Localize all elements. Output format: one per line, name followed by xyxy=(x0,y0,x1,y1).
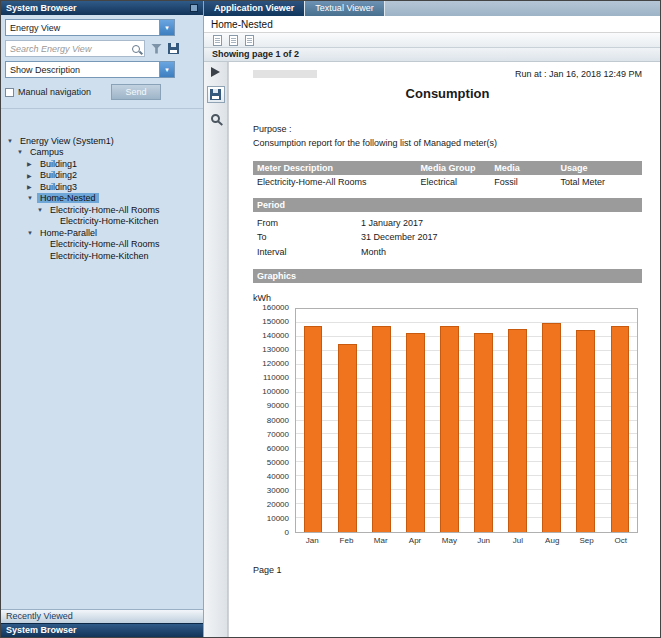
tree-item[interactable]: Electricity-Home-Kitchen xyxy=(1,216,203,228)
consumption-chart: 0100002000030000400005000060000700008000… xyxy=(253,308,642,545)
tree-item[interactable]: ▼Home-Parallel xyxy=(1,227,203,239)
chevron-expanded-icon[interactable]: ▼ xyxy=(27,230,37,236)
filter-icon[interactable] xyxy=(151,44,162,54)
tree-item[interactable]: ▶Building3 xyxy=(1,181,203,193)
tree-item[interactable]: ▶Building2 xyxy=(1,170,203,182)
zoom-icon[interactable] xyxy=(211,114,220,123)
period-row: To31 December 2017 xyxy=(257,230,638,244)
chart-bar-slot xyxy=(569,309,603,532)
chevron-collapsed-icon[interactable]: ▶ xyxy=(27,160,37,167)
y-axis-tick-label: 90000 xyxy=(267,401,289,410)
chart-bar-slot xyxy=(501,309,535,532)
tree-item[interactable]: ▼Campus xyxy=(1,147,203,159)
y-axis-tick-label: 130000 xyxy=(262,345,289,354)
tree-item-label: Building2 xyxy=(37,170,80,180)
chart-bar xyxy=(508,329,527,532)
viewer-panel: Application ViewerTextual Viewer Home-Ne… xyxy=(204,1,660,637)
save-report-button[interactable] xyxy=(207,86,225,103)
tab-application-viewer[interactable]: Application Viewer xyxy=(204,1,305,16)
next-page-icon[interactable] xyxy=(229,35,238,46)
period-section-header: Period xyxy=(253,198,642,212)
system-browser-bar[interactable]: System Browser xyxy=(1,623,203,637)
x-axis-tick-label: Apr xyxy=(398,536,432,545)
y-axis-tick-label: 60000 xyxy=(267,444,289,453)
app-window: System Browser Energy View ▼ Show Descri… xyxy=(0,0,661,638)
chevron-expanded-icon[interactable]: ▼ xyxy=(37,207,47,213)
y-axis-tick-label: 0 xyxy=(285,528,289,537)
meter-table-header-cell: Usage xyxy=(556,161,642,175)
chevron-collapsed-icon[interactable]: ▶ xyxy=(27,172,37,179)
export-page-icon[interactable] xyxy=(213,35,222,46)
meter-table-row: Electricity-Home-All RoomsElectricalFoss… xyxy=(253,175,642,189)
purpose-block: Purpose : Consumption report for the fol… xyxy=(253,123,642,151)
viewer-toolbar xyxy=(204,33,660,48)
y-axis-tick-label: 50000 xyxy=(267,458,289,467)
chart-bar xyxy=(474,333,493,532)
chevron-collapsed-icon[interactable]: ▶ xyxy=(27,183,37,190)
meter-table-header-cell: Meter Description xyxy=(253,161,416,175)
x-axis-tick-label: Oct xyxy=(604,536,638,545)
save-icon xyxy=(210,89,221,100)
breadcrumb: Home-Nested xyxy=(211,19,273,30)
chevron-expanded-icon[interactable]: ▼ xyxy=(27,195,37,201)
search-icon[interactable] xyxy=(132,45,140,53)
chart-bar xyxy=(542,323,561,532)
y-axis-tick-label: 110000 xyxy=(263,373,289,382)
view-selector-dropdown[interactable]: Energy View ▼ xyxy=(5,19,175,36)
run-at-timestamp: Run at : Jan 16, 2018 12:49 PM xyxy=(515,69,642,79)
chart-bar xyxy=(576,330,595,532)
y-axis-tick-label: 70000 xyxy=(267,430,289,439)
x-axis-tick-label: Sep xyxy=(569,536,603,545)
tree-item[interactable]: ▼Electricity-Home-All Rooms xyxy=(1,204,203,216)
chart-bars xyxy=(296,309,637,532)
save-filter-icon[interactable] xyxy=(168,43,179,54)
period-value: Month xyxy=(361,245,386,259)
y-axis-tick-label: 80000 xyxy=(267,416,289,425)
y-axis-tick-label: 150000 xyxy=(262,317,289,326)
chart-bar xyxy=(372,326,391,532)
period-label: From xyxy=(257,216,361,230)
manual-navigation-row: Manual navigation Send xyxy=(5,84,199,100)
print-page-icon[interactable] xyxy=(245,35,254,46)
chart-bar xyxy=(406,333,425,532)
tree-item-label: Building3 xyxy=(37,182,80,192)
panel-pin-icon[interactable] xyxy=(190,4,198,12)
y-axis-tick-label: 160000 xyxy=(262,303,289,312)
tree-item-label: Building1 xyxy=(37,159,80,169)
breadcrumb-row: Home-Nested xyxy=(204,16,660,33)
manual-navigation-checkbox[interactable] xyxy=(5,88,14,97)
view-selector-value: Energy View xyxy=(6,23,159,33)
x-axis-tick-label: Jun xyxy=(466,536,500,545)
y-axis-tick-label: 100000 xyxy=(262,387,289,396)
run-report-icon[interactable] xyxy=(211,67,220,77)
recently-viewed-bar[interactable]: Recently Viewed xyxy=(1,609,203,623)
search-input-wrap[interactable] xyxy=(5,40,145,57)
x-axis-tick-label: Aug xyxy=(535,536,569,545)
system-tree: ▼Energy View (System1)▼Campus▶Building1▶… xyxy=(1,135,203,609)
chevron-expanded-icon[interactable]: ▼ xyxy=(7,138,17,144)
chart-bar xyxy=(440,326,459,532)
tab-textual-viewer[interactable]: Textual Viewer xyxy=(305,1,384,16)
chevron-down-icon[interactable]: ▼ xyxy=(159,62,174,77)
chart-bar-slot xyxy=(535,309,569,532)
search-input[interactable] xyxy=(10,44,129,54)
tree-item[interactable]: Electricity-Home-All Rooms xyxy=(1,239,203,251)
chart-bar-slot xyxy=(603,309,637,532)
browser-controls: Energy View ▼ Show Description ▼ Manual … xyxy=(1,15,203,109)
tree-item[interactable]: ▼Home-Nested xyxy=(1,193,203,205)
chevron-expanded-icon[interactable]: ▼ xyxy=(17,149,27,155)
tree-item[interactable]: Electricity-Home-Kitchen xyxy=(1,250,203,262)
system-browser-panel: System Browser Energy View ▼ Show Descri… xyxy=(1,1,204,637)
send-button[interactable]: Send xyxy=(111,84,161,100)
tree-item[interactable]: ▼Energy View (System1) xyxy=(1,135,203,147)
report-title: Consumption xyxy=(253,86,642,101)
period-value: 31 December 2017 xyxy=(361,230,438,244)
display-mode-dropdown[interactable]: Show Description ▼ xyxy=(5,61,175,78)
system-browser-header[interactable]: System Browser xyxy=(1,1,203,15)
meter-table-cell: Electrical xyxy=(416,175,490,189)
chevron-down-icon[interactable]: ▼ xyxy=(159,20,174,35)
period-label: To xyxy=(257,230,361,244)
chart-bar xyxy=(338,344,357,532)
panel-title: System Browser xyxy=(6,1,77,15)
tree-item[interactable]: ▶Building1 xyxy=(1,158,203,170)
